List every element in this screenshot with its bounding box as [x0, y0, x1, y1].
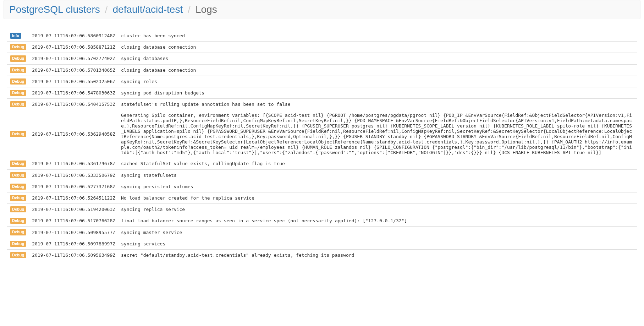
log-timestamp: 2019-07-11T16:07:06.586091248Z — [29, 30, 118, 42]
log-level-badge-debug: Debug — [10, 252, 26, 258]
log-row: Debug2019-07-11T16:07:06.519420063Zsynci… — [7, 204, 637, 215]
log-row: Debug2019-07-11T16:07:06.526451122ZNo lo… — [7, 192, 637, 203]
breadcrumb-separator: / — [188, 4, 191, 15]
log-row: Debug2019-07-11T16:07:06.536179678Zcache… — [7, 158, 637, 169]
log-level-badge-debug: Debug — [10, 55, 26, 61]
log-row: Debug2019-07-11T16:07:06.550232506Zsynci… — [7, 76, 637, 87]
log-level-cell: Debug — [7, 169, 29, 181]
log-message: closing database connection — [118, 64, 637, 76]
log-timestamp: 2019-07-11T16:07:06.533350679Z — [29, 169, 118, 181]
log-level-badge-debug: Debug — [10, 161, 26, 167]
log-timestamp: 2019-07-11T16:07:06.570277402Z — [29, 53, 118, 64]
log-timestamp: 2019-07-11T16:07:06.550232506Z — [29, 76, 118, 87]
log-row: Debug2019-07-11T16:07:06.547803063Zsynci… — [7, 87, 637, 98]
log-level-badge-debug: Debug — [10, 44, 26, 50]
log-row: Debug2019-07-11T16:07:06.517076628Zfinal… — [7, 215, 637, 227]
log-level-badge-debug: Debug — [10, 90, 26, 96]
log-row: Debug2019-07-11T16:07:06.585887121Zclosi… — [7, 42, 637, 53]
log-timestamp: 2019-07-11T16:07:06.540415753Z — [29, 99, 118, 110]
log-level-badge-info: Info — [10, 33, 21, 39]
log-message: syncing replica service — [118, 204, 637, 215]
log-message: statefulset's rolling update annotation … — [118, 99, 637, 110]
log-row: Debug2019-07-11T16:07:06.509563499Zsecre… — [7, 249, 637, 261]
log-level-cell: Debug — [7, 204, 29, 215]
log-level-badge-debug: Debug — [10, 78, 26, 85]
log-level-cell: Debug — [7, 249, 29, 261]
log-timestamp: 2019-07-11T16:07:06.509563499Z — [29, 249, 118, 261]
log-level-badge-debug: Debug — [10, 172, 26, 178]
log-message: syncing services — [118, 238, 637, 249]
log-timestamp: 2019-07-11T16:07:06.519420063Z — [29, 204, 118, 215]
log-level-badge-debug: Debug — [10, 195, 26, 201]
log-timestamp: 2019-07-11T16:07:06.517076628Z — [29, 215, 118, 227]
log-row: Debug2019-07-11T16:07:06.540415753Zstate… — [7, 99, 637, 110]
log-timestamp: 2019-07-11T16:07:06.536294058Z — [29, 110, 118, 158]
breadcrumb-cluster-link[interactable]: default/acid-test — [113, 4, 183, 15]
log-message: syncing roles — [118, 76, 637, 87]
breadcrumb-current: Logs — [196, 4, 217, 15]
log-message: syncing master service — [118, 227, 637, 238]
log-timestamp: 2019-07-11T16:07:06.585887121Z — [29, 42, 118, 53]
breadcrumb-root-link[interactable]: PostgreSQL clusters — [9, 4, 100, 15]
log-message: cached StatefulSet value exists, rolling… — [118, 158, 637, 169]
log-message: syncing databases — [118, 53, 637, 64]
log-level-cell: Debug — [7, 238, 29, 249]
log-level-badge-debug: Debug — [10, 184, 26, 190]
log-level-cell: Debug — [7, 64, 29, 76]
log-message: No load balancer created for the replica… — [118, 192, 637, 203]
log-level-cell: Debug — [7, 76, 29, 87]
log-timestamp: 2019-07-11T16:07:06.547803063Z — [29, 87, 118, 98]
log-message: secret "default/standby.acid-test.creden… — [118, 249, 637, 261]
log-message: cluster has been synced — [118, 30, 637, 42]
log-level-cell: Debug — [7, 215, 29, 227]
log-message: closing database connection — [118, 42, 637, 53]
log-timestamp: 2019-07-11T16:07:06.526451122Z — [29, 192, 118, 203]
log-row: Debug2019-07-11T16:07:06.536294058ZGener… — [7, 110, 637, 158]
log-timestamp: 2019-07-11T16:07:06.509895577Z — [29, 227, 118, 238]
log-table: Info2019-07-11T16:07:06.586091248Zcluste… — [7, 30, 637, 261]
log-level-badge-debug: Debug — [10, 131, 26, 137]
log-message: syncing persistent volumes — [118, 181, 637, 192]
log-row: Debug2019-07-11T16:07:06.570277402Zsynci… — [7, 53, 637, 64]
log-row: Debug2019-07-11T16:07:06.509895577Zsynci… — [7, 227, 637, 238]
log-message: syncing statefulsets — [118, 169, 637, 181]
breadcrumb: PostgreSQL clusters / default/acid-test … — [4, 0, 640, 19]
log-level-cell: Debug — [7, 227, 29, 238]
log-timestamp: 2019-07-11T16:07:06.570134065Z — [29, 64, 118, 76]
log-level-cell: Info — [7, 30, 29, 42]
breadcrumb-separator: / — [105, 4, 108, 15]
log-level-badge-debug: Debug — [10, 218, 26, 224]
log-level-badge-debug: Debug — [10, 101, 26, 107]
log-level-cell: Debug — [7, 110, 29, 158]
log-level-badge-debug: Debug — [10, 206, 26, 212]
log-level-cell: Debug — [7, 99, 29, 110]
log-level-badge-debug: Debug — [10, 241, 26, 247]
log-level-cell: Debug — [7, 192, 29, 203]
log-level-cell: Debug — [7, 87, 29, 98]
log-row: Debug2019-07-11T16:07:06.570134065Zclosi… — [7, 64, 637, 76]
log-level-cell: Debug — [7, 158, 29, 169]
log-timestamp: 2019-07-11T16:07:06.536179678Z — [29, 158, 118, 169]
log-level-cell: Debug — [7, 181, 29, 192]
log-row: Info2019-07-11T16:07:06.586091248Zcluste… — [7, 30, 637, 42]
log-level-badge-debug: Debug — [10, 67, 26, 73]
log-row: Debug2019-07-11T16:07:06.527737168Zsynci… — [7, 181, 637, 192]
log-level-cell: Debug — [7, 53, 29, 64]
log-message: syncing pod disruption budgets — [118, 87, 637, 98]
log-row: Debug2019-07-11T16:07:06.509788997Zsynci… — [7, 238, 637, 249]
log-row: Debug2019-07-11T16:07:06.533350679Zsynci… — [7, 169, 637, 181]
log-timestamp: 2019-07-11T16:07:06.527737168Z — [29, 181, 118, 192]
log-timestamp: 2019-07-11T16:07:06.509788997Z — [29, 238, 118, 249]
log-message: final load balancer source ranges as see… — [118, 215, 637, 227]
log-level-cell: Debug — [7, 42, 29, 53]
log-level-badge-debug: Debug — [10, 229, 26, 235]
log-message: Generating Spilo container, environment … — [118, 110, 637, 158]
